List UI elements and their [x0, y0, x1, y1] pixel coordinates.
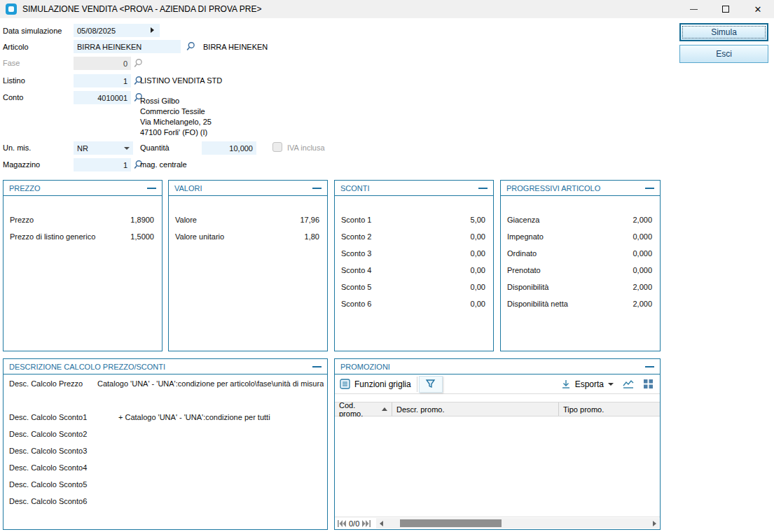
row-value: 17,96 [300, 216, 319, 224]
close-button[interactable]: ✕ [742, 0, 774, 18]
simula-button[interactable]: Simula [679, 23, 768, 41]
fase-input: 0 [74, 57, 131, 70]
collapse-icon[interactable] [645, 188, 654, 189]
funzioni-griglia-button[interactable]: Funzioni griglia [338, 377, 415, 391]
progressivi-panel-title: PROGRESSIVI ARTICOLO [506, 184, 600, 192]
sconti-row: Sconto 40,00 [341, 266, 485, 274]
magazzino-description: mag. centrale [140, 160, 187, 169]
descrizione-panel-header: DESCRIZIONE CALCOLO PREZZO/SCONTI [4, 359, 327, 374]
maximize-button[interactable] [710, 0, 742, 18]
fase-label: Fase [3, 59, 20, 67]
un-mis-label: Un. mis. [3, 144, 31, 152]
collapse-icon[interactable] [312, 366, 322, 368]
toolbar-separator [417, 377, 417, 392]
minimize-button[interactable] [677, 0, 710, 18]
fase-value: 0 [123, 59, 127, 68]
pager-count: 0/0 [349, 519, 359, 528]
promozioni-panel-header: PROMOZIONI [335, 359, 660, 374]
filter-button[interactable] [419, 376, 443, 393]
esporta-label: Esporta [575, 379, 604, 389]
arrow-right-icon[interactable] [151, 27, 154, 33]
row-label: Sconto 3 [341, 249, 371, 258]
data-simulazione-label: Data simulazione [3, 27, 62, 35]
column-label: Tipo promo. [563, 405, 604, 414]
conto-address-line: 47100 Forli' (FO) (I) [140, 127, 212, 138]
last-page-icon[interactable] [362, 520, 371, 527]
chevron-down-icon [608, 383, 614, 386]
maximize-icon [722, 6, 729, 13]
quantita-input[interactable]: 10,000 [202, 141, 256, 155]
magazzino-input[interactable]: 1 [74, 158, 131, 172]
row-value: 0,000 [633, 266, 652, 274]
column-label: Cod. promo. [339, 401, 376, 418]
scrollbar-thumb[interactable] [400, 519, 502, 527]
window-controls: ✕ [677, 0, 774, 18]
articolo-input[interactable]: BIRRA HEINEKEN [74, 40, 181, 53]
desc-row-label: Desc. Calcolo Sconto4 [9, 463, 87, 472]
prezzo-panel-title: PREZZO [9, 184, 41, 192]
column-header-cod-promo[interactable]: Cod. promo. [335, 402, 392, 416]
desc-row-label: Desc. Calcolo Sconto1 [9, 413, 87, 421]
collapse-icon[interactable] [147, 188, 156, 189]
card-view-button[interactable] [643, 379, 654, 389]
desc-row-label: Desc. Calcolo Sconto2 [9, 430, 87, 438]
row-value: 1,8900 [130, 216, 154, 224]
progressivi-row: Ordinato0,000 [507, 249, 652, 258]
quantita-label: Quantità [140, 144, 170, 152]
promozioni-panel: PROMOZIONI Funzioni griglia [334, 358, 661, 530]
row-label: Ordinato [507, 249, 537, 258]
row-label: Sconto 5 [341, 283, 371, 291]
chart-button[interactable] [622, 379, 635, 390]
collapse-icon[interactable] [478, 188, 488, 189]
scroll-right-button[interactable] [649, 518, 659, 528]
sort-asc-icon [382, 407, 387, 411]
progressivi-panel: PROGRESSIVI ARTICOLO Giacenza2,000 Impeg… [500, 180, 661, 351]
prezzo-panel-header: PREZZO [4, 181, 162, 196]
progressivi-row: Disponibilità2,000 [507, 283, 652, 291]
triangle-right-icon [653, 521, 656, 526]
articolo-label: Articolo [3, 43, 29, 51]
chevron-down-icon[interactable] [124, 147, 130, 150]
title-bar: SIMULAZIONE VENDITA <PROVA - AZIENDA DI … [0, 0, 774, 18]
esporta-button[interactable]: Esporta [561, 379, 614, 389]
desc-row-label: Desc. Calcolo Sconto5 [9, 480, 87, 489]
column-header-tipo-promo[interactable]: Tipo promo. [559, 402, 660, 416]
triangle-left-icon [380, 521, 383, 526]
iva-inclusa-label: IVA inclusa [287, 144, 325, 152]
sconti-panel-header: SCONTI [335, 181, 493, 196]
articolo-value: BIRRA HEINEKEN [77, 43, 141, 51]
toolbar-right-group: Esporta [561, 379, 656, 390]
row-label: Prezzo [10, 216, 34, 224]
prezzo-panel: PREZZO Prezzo1,8900 Prezzo di listino ge… [3, 180, 163, 351]
conto-input[interactable]: 4010001 [74, 91, 131, 104]
first-page-icon[interactable] [338, 520, 346, 527]
progressivi-row: Prenotato0,000 [507, 266, 652, 274]
progressivi-row: Disponibilità netta2,000 [507, 300, 652, 308]
progressivi-row: Giacenza2,000 [507, 216, 652, 224]
listino-value: 1 [123, 77, 127, 85]
row-value: 5,00 [471, 216, 485, 224]
row-label: Sconto 4 [341, 266, 371, 274]
esci-button[interactable]: Esci [679, 45, 768, 63]
conto-address-line: Rossi Gilbo [140, 96, 212, 106]
grid-squares-icon [643, 379, 654, 389]
collapse-icon[interactable] [312, 188, 322, 189]
column-header-descr-promo[interactable]: Descr. promo. [392, 402, 559, 416]
row-value: 0,00 [471, 249, 485, 258]
sconti-row: Sconto 60,00 [341, 300, 485, 308]
collapse-icon[interactable] [645, 366, 654, 368]
quantita-value: 10,000 [229, 144, 253, 153]
valori-panel-title: VALORI [174, 184, 202, 192]
desc-row-label: Desc. Calcolo Sconto6 [9, 497, 87, 505]
scroll-left-button[interactable] [376, 518, 386, 528]
sconti-row: Sconto 20,00 [341, 232, 485, 241]
horizontal-scrollbar[interactable] [376, 518, 659, 528]
listino-input[interactable]: 1 [74, 74, 131, 88]
funnel-icon [425, 379, 436, 389]
data-simulazione-input[interactable]: 05/08/2025 [74, 24, 160, 37]
descrizione-panel-title: DESCRIZIONE CALCOLO PREZZO/SCONTI [9, 363, 165, 371]
promozioni-grid-header: Cod. promo. Descr. promo. Tipo promo. [335, 402, 660, 416]
conto-value: 4010001 [97, 94, 127, 102]
search-icon[interactable] [186, 41, 195, 52]
promozioni-grid-body[interactable] [335, 416, 660, 517]
